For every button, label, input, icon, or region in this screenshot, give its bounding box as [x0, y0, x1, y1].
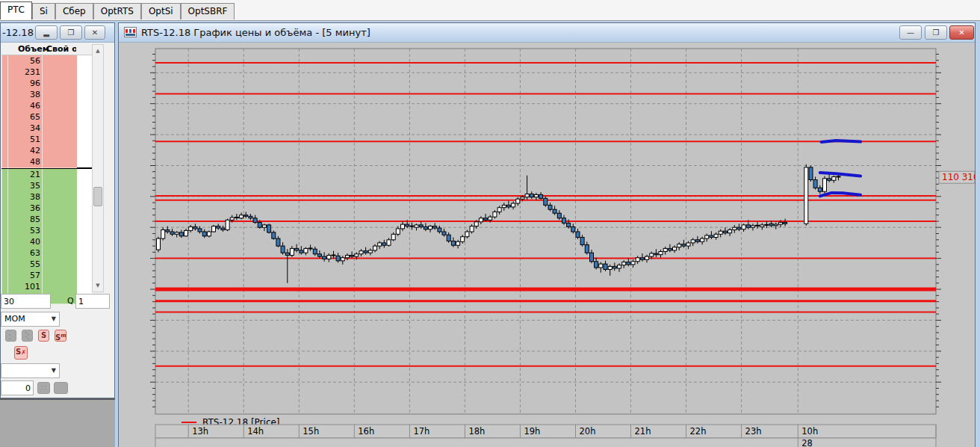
volume-cell: 56 [7, 55, 43, 67]
volume-cell: 63 [7, 247, 43, 259]
close-button[interactable]: ✕ [949, 25, 974, 40]
orderbook-rows: 5623196384665345142482135383685534063555… [1, 55, 92, 304]
orderbook-scrollbar[interactable]: ▲ ▼ [92, 44, 104, 292]
scroll-down-button[interactable]: ▼ [93, 280, 102, 291]
amount-input[interactable] [1, 380, 34, 395]
svg-text:22h: 22h [690, 426, 707, 437]
orderbook-row[interactable]: 35 [1, 180, 92, 191]
orderbook-row[interactable]: 53 [1, 225, 92, 236]
svg-text:16h: 16h [358, 426, 374, 437]
tab-si[interactable]: Si [32, 3, 55, 19]
amount-button-1[interactable]: ∷ [37, 382, 50, 394]
secondary-dropdown[interactable]: ▼ [1, 363, 60, 378]
amount-button-2[interactable] [54, 382, 68, 394]
orderbook-row[interactable]: 38 [1, 191, 92, 203]
restore-button[interactable]: ❐ [60, 25, 82, 40]
chart-icon [124, 27, 137, 37]
chart-tool-button-2[interactable]: ⢕ [22, 330, 33, 342]
orderbook-row[interactable]: 48 [1, 156, 92, 167]
red-x-icon: ✗ [21, 349, 26, 356]
cancel-stop-orders-button[interactable]: S✗ [14, 346, 28, 360]
scrollbar-thumb[interactable] [93, 187, 102, 206]
volume-cell: 46 [7, 100, 43, 111]
orderbook-row[interactable]: 101 [1, 281, 92, 292]
time-axis: 13h14h15h16h17h18h19h20h21h22h23h10h28 [155, 425, 936, 447]
orderbook-table: Объем Свой об 56231963846653451424821353… [1, 44, 92, 304]
stop-market-order-button[interactable]: Sm [55, 330, 66, 342]
chart-tool-button-1[interactable]: ⡂ [5, 330, 16, 342]
volume-cell: 21 [7, 169, 43, 180]
orderbook-row[interactable]: 42 [1, 145, 92, 156]
tab-sber[interactable]: Сбер [55, 3, 93, 19]
svg-text:13h: 13h [192, 426, 208, 437]
orderbook-row[interactable]: 55 [1, 259, 92, 270]
chart-window-titlebar[interactable]: RTS-12.18 График цены и объёма - [5 мину… [119, 23, 975, 43]
orderbook-row[interactable]: 34 [1, 123, 92, 134]
volume-cell: 85 [7, 214, 43, 225]
orderbook-row[interactable]: 56 [1, 55, 92, 67]
orderbook-row[interactable]: 40 [1, 236, 92, 247]
volume-cell: 57 [7, 270, 43, 281]
orderbook-row[interactable]: 51 [1, 134, 92, 145]
svg-text:18h: 18h [468, 426, 485, 437]
chevron-down-icon: ▼ [52, 312, 56, 326]
price-chart: 110 310 RTS-12.18 [Price]13h14h15h16h17h… [119, 43, 975, 447]
tab-rts[interactable]: РТС [0, 1, 32, 19]
orderbook-row[interactable]: 21 [1, 169, 92, 180]
current-price-tag: 110 310 [939, 171, 975, 183]
trading-terminal: { "tabs": { "items": [ {"label": "РТС", … [0, 0, 980, 447]
tab-optsbrf[interactable]: OptSBRF [181, 3, 235, 19]
strategy-dropdown[interactable]: МОМ ▼ [1, 312, 60, 327]
svg-text:14h: 14h [247, 426, 264, 437]
volume-cell: 48 [7, 156, 43, 167]
volume-cell: 55 [7, 259, 43, 270]
volume-cell: 36 [7, 203, 43, 214]
volume-cell: 53 [7, 225, 43, 236]
orderbook-row[interactable]: 65 [1, 111, 92, 123]
svg-text:15h: 15h [303, 426, 319, 437]
stop-order-button[interactable]: S [38, 330, 49, 342]
instrument-tabbar: РТСSiСберOptRTSOptSiOptSBRF [0, 0, 980, 21]
minimize-button[interactable]: ▂ [35, 25, 58, 40]
orderbook-row[interactable]: 96 [1, 78, 92, 89]
orderbook-row[interactable]: 38 [1, 89, 92, 100]
orderbook-row[interactable]: 85 [1, 214, 92, 225]
date-label: 28 [801, 438, 813, 447]
orderbook-row[interactable]: 36 [1, 203, 92, 214]
quantity-input[interactable] [75, 294, 110, 309]
strategy-dropdown-value: МОМ [4, 314, 25, 324]
orderbook-window: -12.18 ... ▂ ❐ ✕ Объем Свой об 562319638… [0, 22, 115, 398]
orderbook-window-titlebar[interactable]: -12.18 ... ▂ ❐ ✕ [1, 23, 114, 43]
scroll-up-button[interactable]: ▲ [93, 46, 102, 56]
orderbook-window-title: -12.18 ... [2, 27, 35, 38]
volume-cell: 34 [7, 123, 43, 134]
minimize-button[interactable]: — [899, 25, 922, 40]
svg-text:21h: 21h [635, 426, 651, 437]
orderbook-row[interactable]: 231 [1, 67, 92, 78]
volume-cell: 231 [7, 67, 43, 78]
svg-text:17h: 17h [413, 426, 429, 437]
orderbook-row[interactable]: 63 [1, 247, 92, 259]
volume-cell: 101 [7, 281, 43, 292]
tab-optsi[interactable]: OptSi [141, 3, 181, 19]
orderbook-row[interactable]: 46 [1, 100, 92, 111]
orderbook-row[interactable]: 57 [1, 270, 92, 281]
volume-cell: 35 [7, 180, 43, 191]
chevron-down-icon: ▼ [52, 364, 56, 377]
svg-text:110 310: 110 310 [942, 172, 975, 182]
svg-text:20h: 20h [580, 426, 596, 437]
tab-optrts[interactable]: OptRTS [93, 3, 141, 19]
own-volume-column-header: Свой об [46, 44, 76, 54]
volume-column-header: Объем [18, 44, 49, 54]
volume-cell: 38 [7, 89, 43, 100]
chart-window: RTS-12.18 График цены и объёма - [5 мину… [118, 22, 976, 447]
svg-text:23h: 23h [745, 426, 762, 437]
price-input[interactable] [1, 294, 51, 309]
volume-cell: 40 [7, 236, 43, 247]
svg-text:10h: 10h [801, 426, 818, 437]
close-button[interactable]: ✕ [84, 25, 105, 40]
orderbook-header: Объем Свой об [1, 44, 92, 55]
volume-cell: 65 [7, 111, 43, 123]
restore-button[interactable]: ❐ [925, 25, 947, 40]
svg-text:19h: 19h [524, 426, 540, 437]
